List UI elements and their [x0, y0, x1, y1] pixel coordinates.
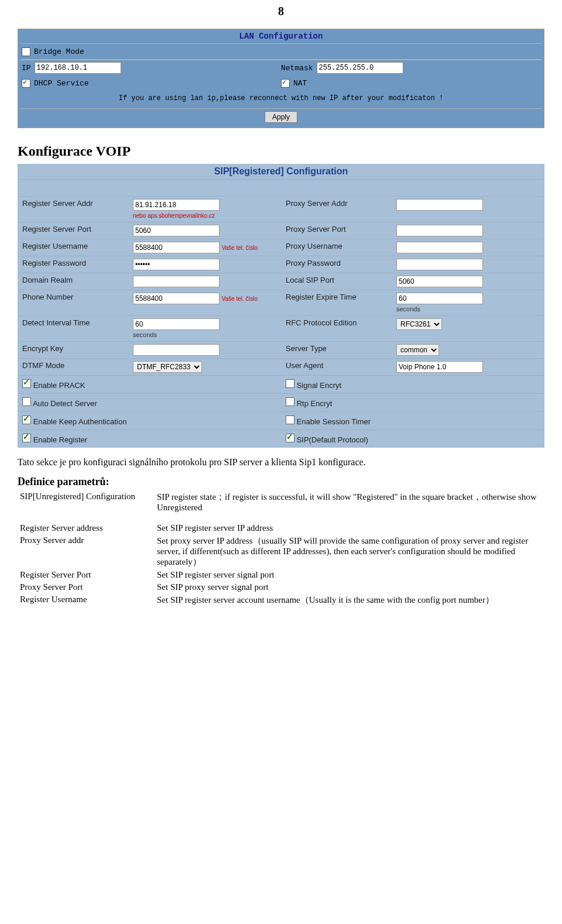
reg-user-input[interactable] — [133, 242, 220, 253]
def-val: Set proxy server IP address（usually SIP … — [155, 534, 544, 569]
def-val: Set SIP register server IP address — [155, 522, 544, 534]
ip-label: IP — [22, 64, 31, 73]
session-timer-checkbox[interactable] — [286, 415, 294, 424]
enable-prack-label: Enable PRACK — [33, 381, 85, 390]
detect-label: Detect Interval Time — [18, 316, 128, 342]
localsip-label: Local SIP Port — [281, 273, 392, 290]
netmask-input[interactable] — [317, 62, 403, 74]
page-number: 8 — [18, 5, 544, 18]
auto-detect-checkbox[interactable] — [22, 397, 31, 406]
signal-encrypt-checkbox[interactable] — [286, 379, 294, 388]
ua-label: User Agent — [281, 359, 392, 376]
lan-config-panel: LAN Configuration Bridge Mode IP Netmask… — [18, 29, 544, 128]
domain-label: Domain Realm — [18, 273, 128, 290]
localsip-input[interactable] — [396, 276, 483, 287]
def-val: SIP register state；if register is succes… — [155, 490, 544, 514]
auto-detect-label: Auto Detect Server — [33, 399, 97, 408]
reg-user-label: Register Username — [18, 239, 128, 256]
signal-encrypt-label: Signal Encryt — [297, 381, 342, 390]
rfc-label: RFC Protocol Edition — [281, 316, 392, 342]
proxy-port-input[interactable] — [396, 225, 483, 236]
sip-title: SIP[Registered] Configuration — [18, 164, 544, 179]
dhcp-checkbox[interactable]: ✓ — [22, 79, 30, 88]
expire-input[interactable] — [396, 293, 483, 304]
bridge-mode-checkbox[interactable] — [22, 47, 30, 56]
definitions-heading: Definice parametrů: — [18, 476, 544, 488]
reg-pass-label: Register Password — [18, 256, 128, 273]
enable-register-checkbox[interactable] — [22, 434, 31, 442]
reg-addr-note: nebo aps.sbohempevnalinko.cz — [133, 212, 215, 219]
def-key: Register Server address — [18, 522, 155, 534]
def-key: Proxy Server Port — [18, 581, 155, 593]
dtmf-label: DTMF Mode — [18, 359, 128, 376]
encrypt-label: Encrypt Key — [18, 342, 128, 359]
def-val: Set SIP register server account username… — [155, 593, 544, 607]
def-key: Proxy Server addr — [18, 534, 155, 569]
sip-default-checkbox[interactable] — [286, 434, 294, 442]
proxy-user-label: Proxy Username — [281, 239, 392, 256]
def-key: Register Username — [18, 593, 155, 607]
proxy-pass-label: Proxy Password — [281, 256, 392, 273]
phone-label: Phone Number — [18, 290, 128, 316]
proxy-user-input[interactable] — [396, 242, 483, 253]
seconds-label2: seconds — [133, 331, 157, 338]
def-key: SIP[Unregistered] Configuration — [18, 490, 155, 514]
lan-note: If you are using lan ip,please reconnect… — [18, 91, 544, 108]
seconds-label: seconds — [396, 305, 420, 312]
netmask-label: Netmask — [281, 64, 313, 73]
intro-paragraph: Tato sekce je pro konfiguraci signálního… — [18, 457, 544, 468]
bridge-mode-label: Bridge Mode — [34, 47, 84, 56]
keep-auth-checkbox[interactable] — [22, 415, 31, 424]
rtp-encrypt-checkbox[interactable] — [286, 397, 294, 406]
tel-note: Vaše tel. číslo — [222, 245, 258, 251]
lan-title: LAN Configuration — [18, 29, 544, 43]
def-key: Register Server Port — [18, 569, 155, 581]
tel-note2: Vaše tel. číslo — [222, 296, 258, 302]
reg-pass-input[interactable] — [133, 259, 220, 270]
sip-config-panel: SIP[Registered] Configuration Register S… — [18, 164, 544, 448]
def-val: Set SIP register server signal port — [155, 569, 544, 581]
proxy-addr-label: Proxy Server Addr — [281, 197, 392, 222]
session-timer-label: Enable Session Timer — [297, 417, 371, 426]
reg-port-input[interactable] — [133, 225, 220, 236]
encrypt-input[interactable] — [133, 344, 220, 356]
proxy-addr-input[interactable] — [396, 199, 483, 211]
servertype-label: Server Type — [281, 342, 392, 359]
rfc-select[interactable]: RFC3261 — [396, 318, 442, 330]
proxy-pass-input[interactable] — [396, 259, 483, 270]
reg-addr-input[interactable] — [133, 199, 220, 211]
dhcp-label: DHCP Service — [34, 79, 89, 88]
dtmf-select[interactable]: DTMF_RFC2833 — [133, 361, 202, 373]
detect-input[interactable] — [133, 318, 220, 330]
rtp-encrypt-label: Rtp Encryt — [297, 399, 333, 408]
definitions-table: SIP[Unregistered] ConfigurationSIP regis… — [18, 490, 544, 607]
nat-checkbox[interactable]: ✓ — [281, 79, 290, 88]
expire-label: Register Expire Time — [281, 290, 392, 316]
ua-input[interactable] — [396, 361, 483, 373]
def-val: Set SIP proxy server signal port — [155, 581, 544, 593]
phone-input[interactable] — [133, 293, 220, 304]
nat-label: NAT — [293, 79, 307, 88]
keep-auth-label: Enable Keep Authentication — [33, 417, 127, 426]
servertype-select[interactable]: common — [396, 344, 439, 356]
apply-button[interactable]: Apply — [265, 111, 297, 123]
sip-default-label: SIP(Default Protocol) — [297, 435, 368, 444]
reg-port-label: Register Server Port — [18, 222, 128, 239]
domain-input[interactable] — [133, 276, 220, 287]
enable-prack-checkbox[interactable] — [22, 379, 31, 388]
enable-register-label: Enable Register — [33, 435, 88, 444]
proxy-port-label: Proxy Server Port — [281, 222, 392, 239]
ip-input[interactable] — [35, 62, 121, 74]
reg-addr-label: Register Server Addr — [18, 197, 128, 222]
voip-heading: Konfigurace VOIP — [18, 143, 544, 159]
